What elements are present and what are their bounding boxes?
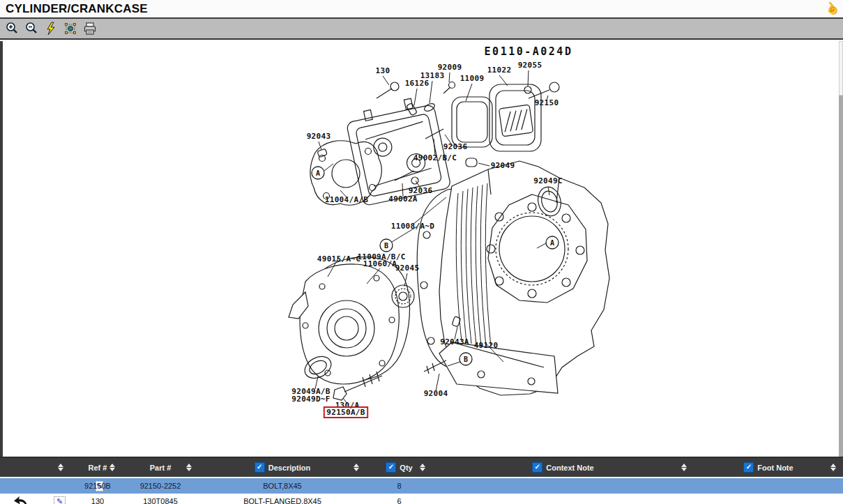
part-label-49002A[interactable]: 49002A: [388, 194, 418, 204]
exploded-diagram-viewport[interactable]: E0110-A024D13092009131831612611009110229…: [0, 41, 843, 457]
column-label: Foot Note: [757, 464, 793, 472]
sort-icon[interactable]: [420, 464, 425, 471]
part-label-92043[interactable]: 92043: [307, 132, 331, 141]
sort-icon[interactable]: [830, 464, 836, 471]
stud-92004: [424, 360, 446, 374]
cap-92049-part: [466, 158, 477, 167]
part-label-92055[interactable]: 92055: [518, 61, 542, 70]
note-edit-icon[interactable]: ✎: [54, 496, 66, 504]
part-label-92049[interactable]: 92049: [491, 161, 515, 170]
callout-A: A: [312, 167, 324, 179]
svg-text:B: B: [464, 356, 468, 363]
column-label: Qty: [400, 464, 412, 472]
part-label-49120[interactable]: 49120: [474, 341, 499, 350]
flash-icon: [44, 22, 58, 36]
ref-number: 130: [73, 494, 122, 504]
sort-icon[interactable]: [58, 464, 63, 471]
select-handles-button[interactable]: [63, 21, 78, 36]
zoom-in-icon: [5, 22, 19, 36]
part-label-49002BC[interactable]: 49002/B/C: [413, 153, 457, 162]
part-label-92049C[interactable]: 92049C: [533, 176, 563, 185]
clip-13183: [423, 102, 436, 112]
part-label-16126[interactable]: 16126: [405, 79, 430, 88]
part-label-92049DF[interactable]: 92049D~F: [291, 395, 330, 404]
table-row[interactable]: ✎130130T0845BOLT-FLANGED,8X456: [0, 494, 843, 504]
part-label-92036[interactable]: 92036: [443, 142, 468, 151]
column-label: Part #: [150, 464, 172, 472]
zoom-out-icon: [24, 22, 38, 36]
part-label-92043A[interactable]: 92043A: [440, 337, 469, 346]
quantity: 8: [366, 478, 432, 494]
part-label-11022[interactable]: 11022: [487, 66, 512, 75]
column-label: Ref #: [89, 464, 107, 472]
ref-number: 92150B: [73, 478, 122, 494]
part-label-49015AC[interactable]: 49015/A~C: [317, 254, 360, 264]
column-label: Description: [268, 464, 311, 472]
flash-tool-button[interactable]: [43, 21, 59, 36]
sort-icon[interactable]: [109, 464, 115, 471]
page-title: CYLINDER/CRANKCASE: [0, 2, 148, 16]
row-icon-cell: ✎: [0, 496, 73, 504]
part-label-11008AD[interactable]: 11008/A~D: [391, 222, 434, 231]
column-header-ref-: Ref #: [73, 458, 122, 477]
bolt-92009: [443, 82, 455, 94]
sort-icon[interactable]: [186, 464, 192, 471]
part-label-92045[interactable]: 92045: [395, 264, 420, 273]
column-label: Context Note: [546, 464, 593, 472]
context-note: [432, 494, 694, 504]
context-note: [432, 478, 694, 494]
table-row[interactable]: ✎92150B92150-2252BOLT,8X458: [0, 478, 843, 494]
part-label-11009[interactable]: 11009: [460, 74, 485, 83]
sort-icon[interactable]: [354, 464, 359, 471]
description: BOLT,8X45: [199, 478, 366, 494]
foot-note: [694, 478, 843, 494]
valve-cover-11022: [489, 84, 541, 151]
svg-text:A: A: [316, 169, 320, 177]
table-body: ✎92150B92150-2252BOLT,8X458✎130130T0845B…: [0, 478, 843, 504]
diagram-left-edge: [0, 41, 3, 457]
column-header-qty: ✓Qty: [366, 458, 432, 477]
side-cover-49015: [289, 264, 399, 384]
part-label-92150AB[interactable]: 92150A/B: [326, 408, 365, 417]
part-label-130[interactable]: 130: [376, 66, 390, 75]
column-header-icon: [0, 458, 73, 477]
column-checkbox[interactable]: ✓: [386, 462, 396, 473]
column-checkbox[interactable]: ✓: [532, 462, 542, 473]
column-header-context-note: ✓Context Note: [432, 458, 694, 477]
svg-text:A: A: [550, 239, 554, 247]
select-handles-icon: [63, 22, 77, 36]
column-header-description: ✓Description: [199, 458, 366, 477]
zoom-in-button[interactable]: [4, 21, 20, 36]
back-arrow-icon[interactable]: [0, 496, 42, 504]
hand-pointer-icon[interactable]: ☝: [821, 0, 842, 19]
table-header-row: Ref #Part #✓Description✓Qty✓Context Note…: [0, 458, 843, 477]
row-icon-cell: ✎: [0, 481, 73, 491]
scrollbar-thumb[interactable]: [839, 41, 843, 96]
sort-icon[interactable]: [681, 464, 687, 471]
print-icon: [83, 22, 97, 36]
valve-cover-gasket-11009: [452, 97, 492, 147]
diagram-code: E0110-A024D: [485, 45, 573, 58]
foot-note: [694, 494, 843, 504]
part-label-11004AB[interactable]: 11004/A/B: [325, 195, 368, 204]
column-checkbox[interactable]: ✓: [743, 462, 754, 473]
svg-text:B: B: [384, 242, 388, 250]
zoom-out-button[interactable]: [24, 21, 39, 36]
cylinder-head-11008: [344, 94, 451, 206]
column-header-foot-note: ✓Foot Note: [694, 458, 843, 477]
title-bar: CYLINDER/CRANKCASE ☝: [0, 0, 843, 19]
part-label-92004[interactable]: 92004: [424, 389, 448, 398]
column-checkbox[interactable]: ✓: [255, 462, 265, 473]
callout-B: B: [460, 353, 472, 365]
part-label-92150[interactable]: 92150: [535, 98, 559, 107]
print-button[interactable]: [82, 21, 98, 36]
part-number: 130T0845: [122, 494, 199, 504]
description: BOLT-FLANGED,8X45: [199, 494, 366, 504]
callout-A: A: [546, 236, 559, 249]
bolt-130: [377, 82, 399, 98]
column-header-part-: Part #: [122, 458, 199, 477]
part-label-11060A[interactable]: 11060/A: [363, 259, 397, 268]
quantity: 6: [366, 494, 432, 504]
exploded-parts-diagram: E0110-A024D13092009131831612611009110229…: [0, 41, 843, 457]
diagram-scrollbar[interactable]: [839, 41, 843, 457]
